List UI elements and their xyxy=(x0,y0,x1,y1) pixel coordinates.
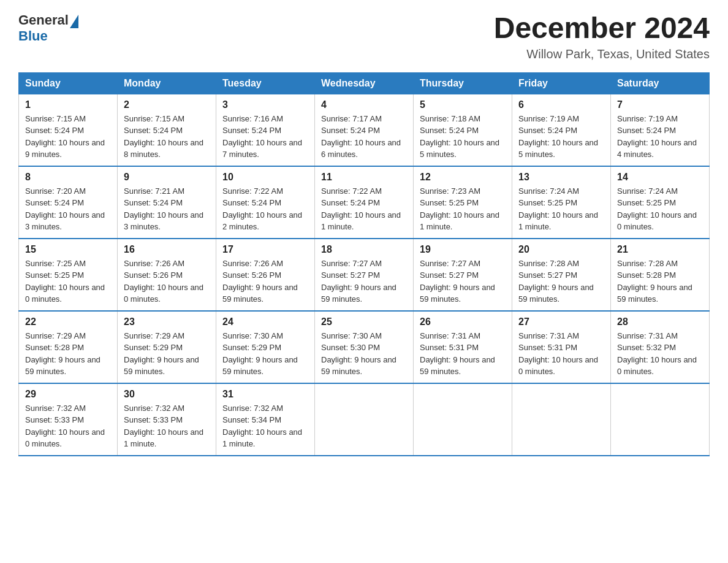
calendar-cell xyxy=(512,383,611,456)
day-info: Sunrise: 7:31 AMSunset: 5:31 PMDaylight:… xyxy=(518,330,604,378)
col-sunday: Sunday xyxy=(19,72,118,94)
day-number: 20 xyxy=(518,244,604,255)
day-info: Sunrise: 7:26 AMSunset: 5:26 PMDaylight:… xyxy=(222,258,308,305)
calendar-cell: 5 Sunrise: 7:18 AMSunset: 5:24 PMDayligh… xyxy=(414,94,512,166)
calendar-cell: 7 Sunrise: 7:19 AMSunset: 5:24 PMDayligh… xyxy=(611,94,710,166)
day-info: Sunrise: 7:28 AMSunset: 5:27 PMDaylight:… xyxy=(518,258,604,305)
day-info: Sunrise: 7:15 AMSunset: 5:24 PMDaylight:… xyxy=(25,113,111,161)
day-number: 27 xyxy=(518,316,604,327)
day-number: 30 xyxy=(124,389,210,400)
calendar-cell: 16 Sunrise: 7:26 AMSunset: 5:26 PMDaylig… xyxy=(118,239,216,311)
calendar-cell: 13 Sunrise: 7:24 AMSunset: 5:25 PMDaylig… xyxy=(512,166,611,239)
day-info: Sunrise: 7:32 AMSunset: 5:34 PMDaylight:… xyxy=(222,402,308,450)
calendar-cell xyxy=(414,383,512,456)
day-number: 1 xyxy=(25,99,111,110)
calendar-cell: 24 Sunrise: 7:30 AMSunset: 5:29 PMDaylig… xyxy=(216,311,315,383)
day-number: 28 xyxy=(617,316,703,327)
calendar-cell: 10 Sunrise: 7:22 AMSunset: 5:24 PMDaylig… xyxy=(216,166,315,239)
calendar-cell: 11 Sunrise: 7:22 AMSunset: 5:24 PMDaylig… xyxy=(315,166,414,239)
calendar-cell: 27 Sunrise: 7:31 AMSunset: 5:31 PMDaylig… xyxy=(512,311,611,383)
day-number: 14 xyxy=(617,172,703,183)
day-info: Sunrise: 7:17 AMSunset: 5:24 PMDaylight:… xyxy=(321,113,407,161)
calendar-cell: 8 Sunrise: 7:20 AMSunset: 5:24 PMDayligh… xyxy=(19,166,118,239)
day-info: Sunrise: 7:30 AMSunset: 5:29 PMDaylight:… xyxy=(222,330,308,378)
day-number: 7 xyxy=(617,99,703,110)
day-number: 9 xyxy=(124,172,210,183)
day-info: Sunrise: 7:24 AMSunset: 5:25 PMDaylight:… xyxy=(617,185,703,233)
calendar-header: Sunday Monday Tuesday Wednesday Thursday… xyxy=(19,72,710,94)
day-info: Sunrise: 7:18 AMSunset: 5:24 PMDaylight:… xyxy=(420,113,506,161)
day-number: 8 xyxy=(25,172,111,183)
day-number: 26 xyxy=(420,316,506,327)
col-monday: Monday xyxy=(118,72,216,94)
logo: General Blue xyxy=(18,12,78,44)
calendar-cell xyxy=(611,383,710,456)
calendar-cell: 30 Sunrise: 7:32 AMSunset: 5:33 PMDaylig… xyxy=(118,383,216,456)
day-number: 22 xyxy=(25,316,111,327)
calendar-week-row: 1 Sunrise: 7:15 AMSunset: 5:24 PMDayligh… xyxy=(19,94,710,166)
calendar-cell: 25 Sunrise: 7:30 AMSunset: 5:30 PMDaylig… xyxy=(315,311,414,383)
day-info: Sunrise: 7:20 AMSunset: 5:24 PMDaylight:… xyxy=(25,185,111,233)
calendar-body: 1 Sunrise: 7:15 AMSunset: 5:24 PMDayligh… xyxy=(19,94,710,456)
day-number: 31 xyxy=(222,389,308,400)
calendar-cell: 31 Sunrise: 7:32 AMSunset: 5:34 PMDaylig… xyxy=(216,383,315,456)
day-info: Sunrise: 7:27 AMSunset: 5:27 PMDaylight:… xyxy=(420,258,506,305)
col-wednesday: Wednesday xyxy=(315,72,414,94)
day-number: 18 xyxy=(321,244,407,255)
calendar-cell: 15 Sunrise: 7:25 AMSunset: 5:25 PMDaylig… xyxy=(19,239,118,311)
day-info: Sunrise: 7:25 AMSunset: 5:25 PMDaylight:… xyxy=(25,258,111,305)
logo-general-text: General xyxy=(18,12,69,28)
calendar-cell: 1 Sunrise: 7:15 AMSunset: 5:24 PMDayligh… xyxy=(19,94,118,166)
day-info: Sunrise: 7:21 AMSunset: 5:24 PMDaylight:… xyxy=(124,185,210,233)
col-tuesday: Tuesday xyxy=(216,72,315,94)
calendar-week-row: 8 Sunrise: 7:20 AMSunset: 5:24 PMDayligh… xyxy=(19,166,710,239)
header-row: Sunday Monday Tuesday Wednesday Thursday… xyxy=(19,72,710,94)
day-number: 16 xyxy=(124,244,210,255)
calendar-cell: 23 Sunrise: 7:29 AMSunset: 5:29 PMDaylig… xyxy=(118,311,216,383)
day-info: Sunrise: 7:29 AMSunset: 5:29 PMDaylight:… xyxy=(124,330,210,378)
day-number: 2 xyxy=(124,99,210,110)
calendar-cell: 9 Sunrise: 7:21 AMSunset: 5:24 PMDayligh… xyxy=(118,166,216,239)
calendar-cell: 6 Sunrise: 7:19 AMSunset: 5:24 PMDayligh… xyxy=(512,94,611,166)
col-thursday: Thursday xyxy=(414,72,512,94)
calendar-week-row: 29 Sunrise: 7:32 AMSunset: 5:33 PMDaylig… xyxy=(19,383,710,456)
day-info: Sunrise: 7:24 AMSunset: 5:25 PMDaylight:… xyxy=(518,185,604,233)
day-info: Sunrise: 7:28 AMSunset: 5:28 PMDaylight:… xyxy=(617,258,703,305)
calendar-cell: 4 Sunrise: 7:17 AMSunset: 5:24 PMDayligh… xyxy=(315,94,414,166)
calendar-week-row: 15 Sunrise: 7:25 AMSunset: 5:25 PMDaylig… xyxy=(19,239,710,311)
day-info: Sunrise: 7:16 AMSunset: 5:24 PMDaylight:… xyxy=(222,113,308,161)
day-info: Sunrise: 7:19 AMSunset: 5:24 PMDaylight:… xyxy=(617,113,703,161)
day-number: 12 xyxy=(420,172,506,183)
calendar-table: Sunday Monday Tuesday Wednesday Thursday… xyxy=(18,72,710,456)
day-info: Sunrise: 7:32 AMSunset: 5:33 PMDaylight:… xyxy=(25,402,111,450)
calendar-cell: 29 Sunrise: 7:32 AMSunset: 5:33 PMDaylig… xyxy=(19,383,118,456)
day-number: 19 xyxy=(420,244,506,255)
calendar-cell: 14 Sunrise: 7:24 AMSunset: 5:25 PMDaylig… xyxy=(611,166,710,239)
day-info: Sunrise: 7:29 AMSunset: 5:28 PMDaylight:… xyxy=(25,330,111,378)
calendar-cell: 19 Sunrise: 7:27 AMSunset: 5:27 PMDaylig… xyxy=(414,239,512,311)
logo-triangle-icon xyxy=(70,15,78,28)
day-number: 13 xyxy=(518,172,604,183)
day-info: Sunrise: 7:31 AMSunset: 5:32 PMDaylight:… xyxy=(617,330,703,378)
calendar-title: December 2024 xyxy=(494,12,710,45)
day-info: Sunrise: 7:27 AMSunset: 5:27 PMDaylight:… xyxy=(321,258,407,305)
calendar-cell: 18 Sunrise: 7:27 AMSunset: 5:27 PMDaylig… xyxy=(315,239,414,311)
day-info: Sunrise: 7:32 AMSunset: 5:33 PMDaylight:… xyxy=(124,402,210,450)
calendar-cell: 21 Sunrise: 7:28 AMSunset: 5:28 PMDaylig… xyxy=(611,239,710,311)
day-number: 10 xyxy=(222,172,308,183)
day-number: 6 xyxy=(518,99,604,110)
calendar-cell: 3 Sunrise: 7:16 AMSunset: 5:24 PMDayligh… xyxy=(216,94,315,166)
calendar-cell: 20 Sunrise: 7:28 AMSunset: 5:27 PMDaylig… xyxy=(512,239,611,311)
col-friday: Friday xyxy=(512,72,611,94)
day-number: 5 xyxy=(420,99,506,110)
col-saturday: Saturday xyxy=(611,72,710,94)
calendar-cell: 2 Sunrise: 7:15 AMSunset: 5:24 PMDayligh… xyxy=(118,94,216,166)
calendar-cell: 26 Sunrise: 7:31 AMSunset: 5:31 PMDaylig… xyxy=(414,311,512,383)
day-number: 15 xyxy=(25,244,111,255)
logo-blue-text: Blue xyxy=(18,28,78,44)
calendar-location: Willow Park, Texas, United States xyxy=(494,47,710,61)
day-number: 11 xyxy=(321,172,407,183)
day-number: 4 xyxy=(321,99,407,110)
calendar-cell: 17 Sunrise: 7:26 AMSunset: 5:26 PMDaylig… xyxy=(216,239,315,311)
calendar-cell: 22 Sunrise: 7:29 AMSunset: 5:28 PMDaylig… xyxy=(19,311,118,383)
